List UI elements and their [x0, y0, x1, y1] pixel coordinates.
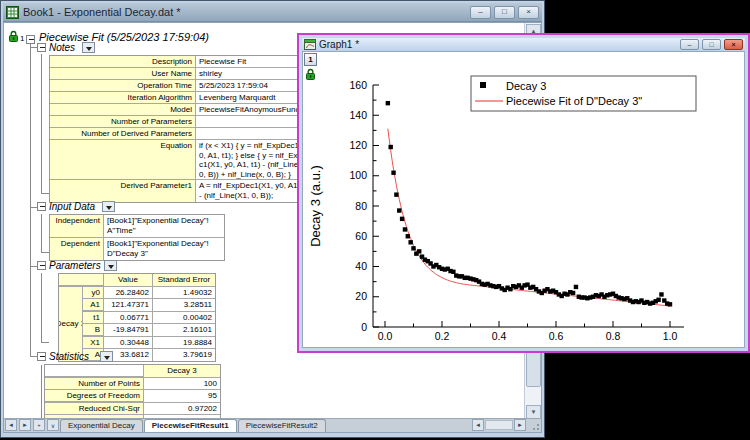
param-value: 121.47371	[104, 299, 152, 311]
book-restore-button[interactable]: □	[494, 6, 515, 19]
book1-titlebar[interactable]: Book1 - Exponential Decay.dat * – □ ×	[3, 3, 542, 22]
collapse-parameters-button[interactable]	[37, 261, 46, 270]
sheet-tab-1[interactable]: Exponential Decay	[60, 419, 143, 432]
param-value: -19.84791	[104, 324, 152, 336]
report-row-label: Equation	[50, 140, 195, 179]
layer-1-button[interactable]: 1	[304, 53, 317, 66]
data-point	[659, 292, 663, 296]
input-dropdown-button[interactable]	[102, 201, 115, 212]
collapse-statistics-button[interactable]	[37, 352, 46, 361]
param-name: t1	[83, 312, 103, 323]
book-minimize-button[interactable]: –	[470, 6, 491, 19]
input-data-table: Independent[Book1]"Exponential Decay"!A"…	[49, 214, 225, 261]
report-row-label: Number of Derived Parameters	[50, 128, 195, 139]
statistics-dropdown-button[interactable]	[100, 351, 113, 362]
parameters-dropdown-button[interactable]	[104, 260, 117, 271]
tree-line	[30, 40, 31, 356]
lock-icon[interactable]	[8, 30, 19, 42]
data-point	[397, 208, 401, 212]
y-tick-label: 140	[349, 109, 367, 121]
graph1-window: Graph1 * – □ × 1 0204060801001201401600.…	[297, 33, 750, 353]
graph-icon	[304, 39, 316, 50]
resize-grip[interactable]	[529, 420, 539, 430]
data-point	[400, 217, 404, 221]
stats-row-value: 100	[144, 378, 220, 390]
graph1-titlebar[interactable]: Graph1 * – □ ×	[302, 38, 745, 51]
tree-line	[41, 214, 42, 253]
data-point	[574, 285, 578, 289]
sheet-tab-3[interactable]: PiecewiseFitResult2	[238, 419, 326, 432]
y-axis-title: Decay 3 (a.u.)	[308, 165, 323, 247]
report-row-label: Number of Parameters	[50, 116, 195, 127]
data-point	[406, 234, 410, 238]
data-point	[408, 240, 412, 244]
scroll-down-button[interactable]: ▼	[526, 405, 541, 419]
param-value: 26.28402	[104, 287, 152, 299]
data-point	[403, 227, 407, 231]
y-tick-label: 80	[355, 200, 367, 212]
data-point	[451, 270, 455, 274]
tree-line	[30, 47, 37, 48]
report-row-label: Independent	[50, 215, 103, 237]
param-value: 0.30448	[104, 337, 152, 349]
tree-line	[41, 193, 49, 194]
graph-restore-button[interactable]: □	[702, 39, 721, 50]
tree-line	[41, 252, 49, 253]
horizontal-scrollbar[interactable]: ◄ ►	[471, 418, 541, 432]
collapse-input-button[interactable]	[37, 202, 46, 211]
data-point	[386, 101, 390, 105]
report-row-label: Dependent	[50, 238, 103, 260]
x-tick-label: 0.4	[492, 330, 507, 342]
tree-line	[30, 356, 37, 357]
tree-line	[41, 365, 42, 420]
graph-close-button[interactable]: ×	[724, 39, 743, 50]
report-row-label: Iteration Algorithm	[50, 92, 195, 103]
desktop: { "icons": { "minimize": "–", "restore":…	[0, 0, 750, 440]
report-row-label: Model	[50, 104, 195, 115]
stats-row-value: 0.97202	[144, 403, 220, 415]
data-point	[389, 145, 393, 149]
stats-row-label: Reduced Chi-Sqr	[45, 403, 143, 414]
sheet-tab-2[interactable]: PiecewiseFitResult1	[144, 419, 237, 432]
lock-icon[interactable]	[305, 68, 316, 80]
stats-header-col: Decay 3	[144, 365, 220, 377]
report-row-value: [Book1]"Exponential Decay"!D"Decay 3"	[104, 238, 224, 260]
collapse-root-button[interactable]	[26, 35, 35, 44]
statistics-table: Decay 3Number of Points100Degrees of Fre…	[44, 364, 221, 420]
graph1-content: 1 0204060801001201401600.00.20.40.60.81.…	[302, 51, 745, 348]
tab-add-button[interactable]: +	[33, 419, 45, 431]
tab-prev-button[interactable]: ◄	[5, 419, 17, 431]
collapse-notes-button[interactable]	[37, 43, 46, 52]
data-point	[417, 249, 421, 253]
workbook-icon	[6, 6, 19, 19]
y-tick-label: 60	[355, 230, 367, 242]
graph-minimize-button[interactable]: –	[680, 39, 699, 50]
tab-next-button[interactable]: ►	[19, 419, 31, 431]
tree-line	[41, 54, 42, 194]
report-row-label: Description	[50, 56, 195, 67]
section-notes-label: Notes	[49, 42, 75, 53]
notes-table: DescriptionPiecewise FitUser Nameshirley…	[49, 55, 319, 203]
graph1-title: Graph1 *	[319, 39, 677, 50]
h-scroll-left-button[interactable]: ◄	[472, 419, 484, 431]
sheet-tab-bar: ◄ ► + ∨ Exponential DecayPiecewiseFitRes…	[4, 418, 541, 432]
tab-list-button[interactable]: ∨	[47, 419, 59, 431]
x-tick-label: 0.6	[549, 330, 564, 342]
report-row-label: Derived Parameter1	[50, 180, 195, 202]
stats-header-blank	[45, 365, 143, 376]
h-scroll-right-button[interactable]: ►	[514, 419, 526, 431]
notes-dropdown-button[interactable]	[82, 42, 95, 53]
params-header-stderr: Standard Error	[153, 274, 215, 286]
param-name: y0	[83, 287, 103, 298]
book-close-button[interactable]: ×	[518, 6, 539, 19]
tree-line	[30, 266, 37, 267]
data-point	[668, 302, 672, 306]
x-tick-label: 0.0	[378, 330, 393, 342]
section-statistics-label: Statistics	[49, 351, 89, 362]
param-name: B	[83, 324, 103, 335]
horizontal-scroll-track[interactable]	[485, 420, 513, 430]
y-tick-label: 40	[355, 260, 367, 272]
param-stderr: 2.16101	[153, 324, 215, 336]
y-tick-label: 0	[361, 321, 367, 333]
params-header-blank	[59, 274, 103, 285]
